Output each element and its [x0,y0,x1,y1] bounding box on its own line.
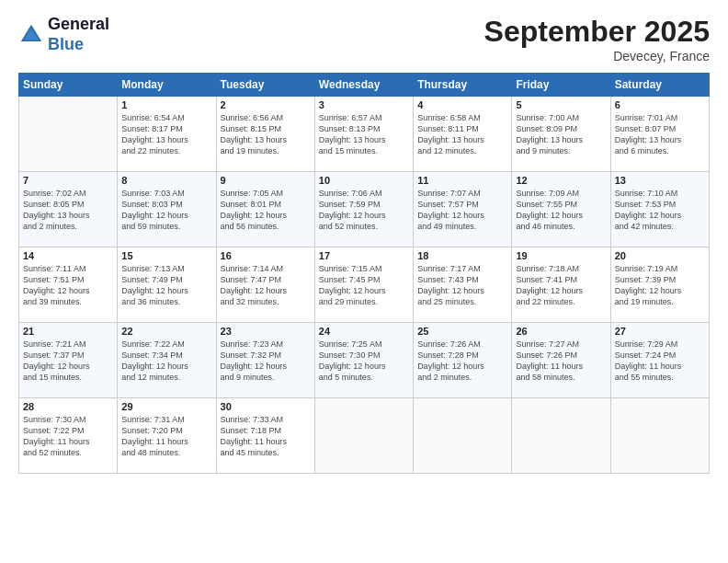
calendar-cell: 23Sunrise: 7:23 AM Sunset: 7:32 PM Dayli… [216,323,314,398]
day-info: Sunrise: 7:31 AM Sunset: 7:20 PM Dayligh… [121,414,211,459]
day-number: 11 [417,175,507,186]
logo-icon [18,22,44,48]
day-number: 1 [121,99,211,110]
day-number: 7 [23,175,113,186]
day-number: 5 [516,99,606,110]
calendar-cell: 13Sunrise: 7:10 AM Sunset: 7:53 PM Dayli… [610,172,709,247]
calendar-cell: 14Sunrise: 7:11 AM Sunset: 7:51 PM Dayli… [19,247,118,323]
day-info: Sunrise: 7:10 AM Sunset: 7:53 PM Dayligh… [615,188,705,233]
day-number: 22 [121,326,211,337]
day-number: 14 [23,250,113,261]
calendar-cell: 3Sunrise: 6:57 AM Sunset: 8:13 PM Daylig… [314,97,413,172]
day-info: Sunrise: 6:56 AM Sunset: 8:15 PM Dayligh… [221,112,311,157]
calendar-week-2: 7Sunrise: 7:02 AM Sunset: 8:05 PM Daylig… [19,172,710,247]
page: General Blue September 2025 Devecey, Fra… [0,0,728,563]
day-info: Sunrise: 7:02 AM Sunset: 8:05 PM Dayligh… [23,188,113,233]
day-number: 16 [221,250,311,261]
day-number: 25 [417,326,507,337]
calendar-header-row: SundayMondayTuesdayWednesdayThursdayFrid… [19,74,710,97]
day-info: Sunrise: 7:21 AM Sunset: 7:37 PM Dayligh… [23,339,113,384]
day-info: Sunrise: 7:09 AM Sunset: 7:55 PM Dayligh… [516,188,606,233]
day-number: 13 [615,175,705,186]
calendar-cell: 15Sunrise: 7:13 AM Sunset: 7:49 PM Dayli… [118,247,216,323]
month-title: September 2025 [484,15,710,49]
header: General Blue September 2025 Devecey, Fra… [18,15,710,63]
calendar-week-5: 28Sunrise: 7:30 AM Sunset: 7:22 PM Dayli… [19,398,710,474]
col-header-tuesday: Tuesday [216,74,314,97]
day-number: 4 [417,99,507,110]
day-info: Sunrise: 7:18 AM Sunset: 7:41 PM Dayligh… [516,263,606,308]
day-info: Sunrise: 7:07 AM Sunset: 7:57 PM Dayligh… [417,188,507,233]
calendar-cell [610,398,709,474]
calendar-cell: 20Sunrise: 7:19 AM Sunset: 7:39 PM Dayli… [610,247,709,323]
day-number: 10 [319,175,409,186]
col-header-sunday: Sunday [19,74,118,97]
calendar-week-3: 14Sunrise: 7:11 AM Sunset: 7:51 PM Dayli… [19,247,710,323]
day-number: 15 [121,250,211,261]
calendar-cell [19,97,118,172]
title-block: September 2025 Devecey, France [484,15,710,63]
logo-blue: Blue [48,35,84,53]
day-number: 28 [23,401,113,412]
calendar-cell: 6Sunrise: 7:01 AM Sunset: 8:07 PM Daylig… [610,97,709,172]
day-info: Sunrise: 7:14 AM Sunset: 7:47 PM Dayligh… [221,263,311,308]
col-header-thursday: Thursday [414,74,512,97]
calendar-cell: 18Sunrise: 7:17 AM Sunset: 7:43 PM Dayli… [414,247,512,323]
day-number: 18 [417,250,507,261]
day-info: Sunrise: 7:11 AM Sunset: 7:51 PM Dayligh… [23,263,113,308]
day-info: Sunrise: 7:03 AM Sunset: 8:03 PM Dayligh… [121,188,211,233]
day-info: Sunrise: 7:05 AM Sunset: 8:01 PM Dayligh… [221,188,311,233]
calendar-cell: 30Sunrise: 7:33 AM Sunset: 7:18 PM Dayli… [216,398,314,474]
day-number: 19 [516,250,606,261]
day-number: 30 [221,401,311,412]
day-info: Sunrise: 7:17 AM Sunset: 7:43 PM Dayligh… [417,263,507,308]
col-header-wednesday: Wednesday [314,74,413,97]
day-number: 12 [516,175,606,186]
day-number: 21 [23,326,113,337]
calendar-cell: 19Sunrise: 7:18 AM Sunset: 7:41 PM Dayli… [512,247,610,323]
day-info: Sunrise: 7:06 AM Sunset: 7:59 PM Dayligh… [319,188,409,233]
day-info: Sunrise: 6:54 AM Sunset: 8:17 PM Dayligh… [121,112,211,157]
day-info: Sunrise: 7:25 AM Sunset: 7:30 PM Dayligh… [319,339,409,384]
calendar-cell: 2Sunrise: 6:56 AM Sunset: 8:15 PM Daylig… [216,97,314,172]
calendar-cell: 1Sunrise: 6:54 AM Sunset: 8:17 PM Daylig… [118,97,216,172]
calendar-cell: 26Sunrise: 7:27 AM Sunset: 7:26 PM Dayli… [512,323,610,398]
calendar-cell: 28Sunrise: 7:30 AM Sunset: 7:22 PM Dayli… [19,398,118,474]
calendar-cell: 25Sunrise: 7:26 AM Sunset: 7:28 PM Dayli… [414,323,512,398]
day-info: Sunrise: 6:58 AM Sunset: 8:11 PM Dayligh… [417,112,507,157]
day-number: 2 [221,99,311,110]
calendar-cell: 22Sunrise: 7:22 AM Sunset: 7:34 PM Dayli… [118,323,216,398]
day-number: 23 [221,326,311,337]
calendar-cell: 8Sunrise: 7:03 AM Sunset: 8:03 PM Daylig… [118,172,216,247]
calendar-cell: 7Sunrise: 7:02 AM Sunset: 8:05 PM Daylig… [19,172,118,247]
day-info: Sunrise: 7:27 AM Sunset: 7:26 PM Dayligh… [516,339,606,384]
location: Devecey, France [484,49,710,63]
col-header-saturday: Saturday [610,74,709,97]
day-info: Sunrise: 7:15 AM Sunset: 7:45 PM Dayligh… [319,263,409,308]
day-info: Sunrise: 7:19 AM Sunset: 7:39 PM Dayligh… [615,263,705,308]
calendar-cell [314,398,413,474]
calendar-cell: 12Sunrise: 7:09 AM Sunset: 7:55 PM Dayli… [512,172,610,247]
calendar-cell [414,398,512,474]
col-header-monday: Monday [118,74,216,97]
col-header-friday: Friday [512,74,610,97]
day-info: Sunrise: 7:26 AM Sunset: 7:28 PM Dayligh… [417,339,507,384]
calendar-cell: 29Sunrise: 7:31 AM Sunset: 7:20 PM Dayli… [118,398,216,474]
day-info: Sunrise: 7:22 AM Sunset: 7:34 PM Dayligh… [121,339,211,384]
day-info: Sunrise: 6:57 AM Sunset: 8:13 PM Dayligh… [319,112,409,157]
day-info: Sunrise: 7:13 AM Sunset: 7:49 PM Dayligh… [121,263,211,308]
day-info: Sunrise: 7:30 AM Sunset: 7:22 PM Dayligh… [23,414,113,459]
day-info: Sunrise: 7:23 AM Sunset: 7:32 PM Dayligh… [221,339,311,384]
calendar-week-1: 1Sunrise: 6:54 AM Sunset: 8:17 PM Daylig… [19,97,710,172]
calendar-table: SundayMondayTuesdayWednesdayThursdayFrid… [18,73,710,474]
calendar-cell: 24Sunrise: 7:25 AM Sunset: 7:30 PM Dayli… [314,323,413,398]
calendar-cell: 9Sunrise: 7:05 AM Sunset: 8:01 PM Daylig… [216,172,314,247]
day-number: 8 [121,175,211,186]
day-number: 27 [615,326,705,337]
logo-general: General [48,15,109,33]
day-number: 6 [615,99,705,110]
day-info: Sunrise: 7:29 AM Sunset: 7:24 PM Dayligh… [615,339,705,384]
calendar-cell: 17Sunrise: 7:15 AM Sunset: 7:45 PM Dayli… [314,247,413,323]
calendar-cell: 21Sunrise: 7:21 AM Sunset: 7:37 PM Dayli… [19,323,118,398]
calendar-cell: 27Sunrise: 7:29 AM Sunset: 7:24 PM Dayli… [610,323,709,398]
